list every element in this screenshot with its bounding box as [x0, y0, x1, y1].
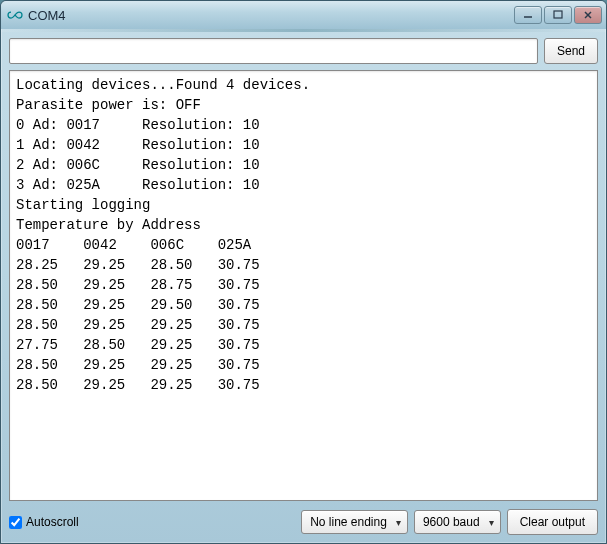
titlebar[interactable]: COM4	[1, 1, 606, 29]
autoscroll-checkbox[interactable]	[9, 516, 22, 529]
window-frame: COM4 Send Locating devices...Found 4 dev…	[0, 0, 607, 544]
arduino-icon	[7, 7, 23, 23]
window-controls	[514, 6, 602, 24]
maximize-button[interactable]	[544, 6, 572, 24]
input-bar: Send	[1, 32, 606, 70]
svg-rect-1	[554, 11, 562, 18]
send-button[interactable]: Send	[544, 38, 598, 64]
serial-input[interactable]	[9, 38, 538, 64]
clear-output-button[interactable]: Clear output	[507, 509, 598, 535]
close-button[interactable]	[574, 6, 602, 24]
serial-output: Locating devices...Found 4 devices. Para…	[9, 70, 598, 501]
window-title: COM4	[28, 8, 66, 23]
bottom-bar: Autoscroll No line ending 9600 baud Clea…	[1, 501, 606, 543]
autoscroll-wrap[interactable]: Autoscroll	[9, 515, 79, 529]
baud-select[interactable]: 9600 baud	[414, 510, 501, 534]
line-ending-select[interactable]: No line ending	[301, 510, 408, 534]
line-ending-value: No line ending	[310, 515, 387, 529]
baud-value: 9600 baud	[423, 515, 480, 529]
minimize-button[interactable]	[514, 6, 542, 24]
autoscroll-label: Autoscroll	[26, 515, 79, 529]
